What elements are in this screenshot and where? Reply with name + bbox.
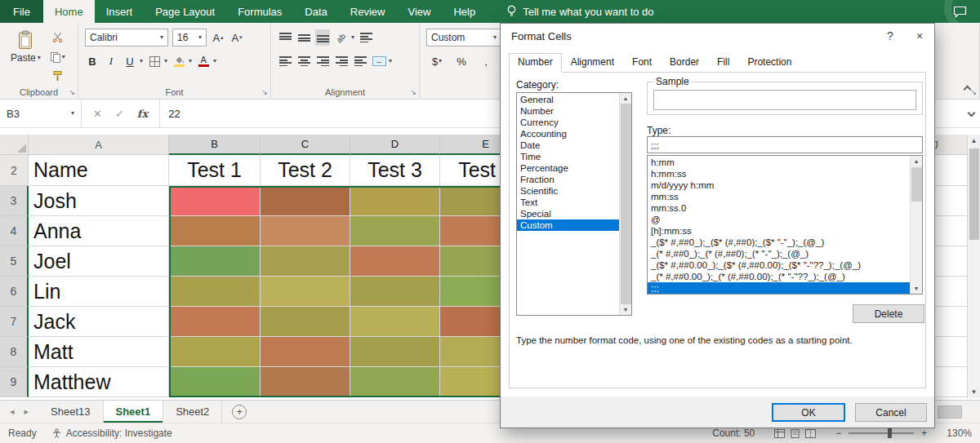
ribbon-tab-formulas[interactable]: Formulas bbox=[226, 0, 293, 23]
category-item-scientific[interactable]: Scientific bbox=[517, 185, 619, 197]
select-all-corner[interactable] bbox=[0, 135, 29, 155]
dialog-tab-font[interactable]: Font bbox=[623, 53, 661, 72]
row-header-8[interactable]: 8 bbox=[0, 337, 29, 367]
column-header-A[interactable]: A bbox=[29, 135, 169, 155]
dialog-tab-fill[interactable]: Fill bbox=[708, 53, 738, 72]
ribbon-tab-data[interactable]: Data bbox=[293, 0, 338, 23]
format-code-item[interactable]: [h]:mm:ss bbox=[648, 225, 910, 237]
zoom-slider-thumb[interactable] bbox=[888, 428, 892, 438]
category-scrollbar[interactable]: ▲ ▼ bbox=[619, 93, 631, 315]
category-item-number[interactable]: Number bbox=[517, 105, 619, 117]
column-header-B[interactable]: B bbox=[169, 135, 261, 155]
align-right-button[interactable] bbox=[315, 53, 330, 69]
borders-button[interactable] bbox=[147, 53, 162, 69]
font-size-select[interactable]: 16▾ bbox=[172, 29, 207, 47]
sheet-tab-sheet13[interactable]: Sheet13 bbox=[38, 401, 103, 423]
row-header-6[interactable]: 6 bbox=[0, 277, 29, 307]
name-box[interactable]: B3 ▾ bbox=[0, 100, 82, 127]
format-code-item[interactable]: m/d/yyyy h:mm bbox=[648, 179, 910, 191]
comment-icon[interactable] bbox=[953, 6, 967, 18]
font-dialog-launcher[interactable]: ↘ bbox=[261, 89, 268, 96]
category-item-general[interactable]: General bbox=[517, 94, 619, 105]
cell-D5[interactable] bbox=[350, 246, 440, 277]
percent-style-button[interactable]: % bbox=[454, 53, 469, 69]
clipboard-dialog-launcher[interactable]: ↘ bbox=[69, 89, 75, 96]
format-code-item[interactable]: @ bbox=[648, 214, 910, 225]
cell-C4[interactable] bbox=[261, 216, 350, 246]
dialog-tab-border[interactable]: Border bbox=[661, 53, 708, 72]
zoom-out-button[interactable]: − bbox=[835, 427, 841, 439]
ribbon-tab-help[interactable]: Help bbox=[442, 0, 487, 23]
category-item-percentage[interactable]: Percentage bbox=[517, 162, 619, 174]
row-header-4[interactable]: 4 bbox=[0, 216, 29, 246]
vertical-scrollbar-thumb[interactable] bbox=[969, 148, 979, 240]
font-name-select[interactable]: Calibri▾ bbox=[85, 29, 168, 47]
type-input[interactable] bbox=[647, 136, 923, 153]
align-left-button[interactable] bbox=[278, 53, 292, 69]
cell-B3[interactable] bbox=[169, 186, 261, 216]
cell-D3[interactable] bbox=[350, 186, 440, 216]
normal-view-icon[interactable] bbox=[774, 429, 785, 438]
format-code-item[interactable]: _($* #,##0.00_);_($* (#,##0.00);_($* "-"… bbox=[648, 259, 910, 271]
paste-button[interactable]: Paste▾ bbox=[7, 28, 45, 84]
zoom-slider[interactable] bbox=[849, 432, 914, 434]
cell-B9[interactable] bbox=[169, 367, 261, 397]
italic-button[interactable]: I bbox=[104, 53, 118, 69]
row-header-3[interactable]: 3 bbox=[0, 186, 29, 216]
font-color-button[interactable]: A bbox=[196, 53, 211, 69]
cell-B2[interactable]: Test 1 bbox=[169, 155, 261, 186]
cell-A2[interactable]: Name bbox=[29, 155, 169, 186]
category-item-text[interactable]: Text bbox=[517, 197, 619, 208]
format-code-item[interactable]: ;;; bbox=[648, 282, 910, 294]
column-header-D[interactable]: D bbox=[350, 135, 440, 155]
tell-me-box[interactable]: Tell me what you want to do bbox=[506, 0, 653, 23]
cell-B7[interactable] bbox=[169, 307, 261, 337]
number-format-select[interactable]: Custom▾ bbox=[426, 29, 501, 47]
zoom-level[interactable]: 130% bbox=[947, 427, 972, 439]
cell-C7[interactable] bbox=[261, 307, 350, 337]
underline-button[interactable]: U bbox=[122, 53, 137, 69]
dialog-tab-protection[interactable]: Protection bbox=[738, 53, 800, 72]
copy-button[interactable]: ▾ bbox=[50, 49, 65, 65]
enter-entry-button[interactable]: ✓ bbox=[115, 108, 124, 120]
sheet-scroll-right-icon[interactable]: ▸ bbox=[24, 406, 29, 417]
cancel-entry-button[interactable]: ✕ bbox=[93, 108, 102, 120]
column-header-C[interactable]: C bbox=[261, 135, 350, 155]
increase-font-button[interactable]: A▴ bbox=[211, 29, 225, 46]
dialog-tab-number[interactable]: Number bbox=[509, 53, 562, 73]
orientation-button[interactable]: ab bbox=[334, 29, 349, 46]
cell-A3[interactable]: Josh bbox=[29, 186, 169, 216]
cell-A5[interactable]: Joel bbox=[29, 246, 169, 277]
cell-D6[interactable] bbox=[350, 277, 440, 307]
cell-C5[interactable] bbox=[261, 246, 350, 277]
row-header-7[interactable]: 7 bbox=[0, 307, 29, 337]
decrease-indent-button[interactable] bbox=[334, 53, 349, 69]
format-code-item[interactable]: mm:ss bbox=[648, 191, 910, 202]
align-middle-button[interactable] bbox=[296, 29, 311, 46]
merge-center-button[interactable]: ↔ bbox=[372, 53, 386, 69]
align-top-button[interactable] bbox=[278, 29, 292, 46]
decrease-font-button[interactable]: A▾ bbox=[229, 29, 244, 46]
ok-button[interactable]: OK bbox=[772, 403, 845, 422]
fill-color-button[interactable] bbox=[172, 53, 186, 69]
accounting-format-button[interactable]: $▾ bbox=[430, 53, 444, 69]
cell-A9[interactable]: Matthew bbox=[29, 367, 169, 397]
category-item-special[interactable]: Special bbox=[517, 208, 619, 219]
dialog-tab-alignment[interactable]: Alignment bbox=[562, 53, 623, 72]
alignment-dialog-launcher[interactable]: ↘ bbox=[410, 89, 416, 96]
ribbon-tab-view[interactable]: View bbox=[396, 0, 442, 23]
accessibility-status[interactable]: Accessibility: Investigate bbox=[51, 427, 172, 439]
scroll-up-icon[interactable]: ▲ bbox=[620, 93, 631, 104]
scroll-down-icon[interactable]: ▼ bbox=[620, 304, 631, 315]
row-header-9[interactable]: 9 bbox=[0, 367, 29, 397]
scrollbar-thumb[interactable] bbox=[911, 167, 922, 202]
cut-button[interactable] bbox=[50, 29, 65, 46]
align-center-button[interactable] bbox=[296, 53, 311, 69]
zoom-in-button[interactable]: + bbox=[921, 427, 927, 439]
horizontal-scrollbar-thumb[interactable] bbox=[938, 405, 962, 419]
ribbon-tab-insert[interactable]: Insert bbox=[95, 0, 145, 23]
ribbon-tab-page-layout[interactable]: Page Layout bbox=[144, 0, 226, 23]
cell-A6[interactable]: Lin bbox=[29, 277, 169, 307]
cell-B6[interactable] bbox=[169, 277, 261, 307]
ribbon-tab-file[interactable]: File bbox=[0, 0, 43, 23]
